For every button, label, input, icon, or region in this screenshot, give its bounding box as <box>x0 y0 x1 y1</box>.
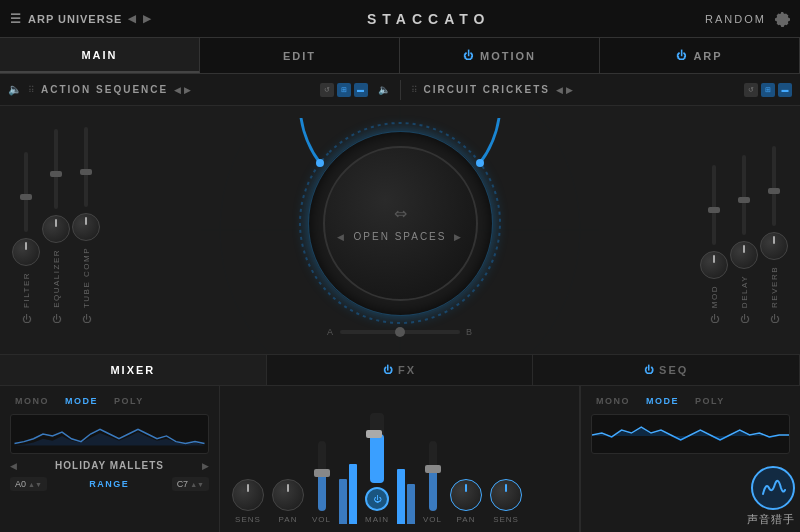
link-icon: ⇔ <box>394 204 407 223</box>
range-row: A0 ▲▼ RANGE C7 ▲▼ <box>10 477 209 491</box>
filter-slider[interactable] <box>24 152 28 232</box>
vu-bar-3 <box>397 469 405 524</box>
seq-left-speaker[interactable]: 🔈 <box>8 83 22 96</box>
tab-motion[interactable]: ⏻ MOTION <box>400 38 600 73</box>
tab-fx[interactable]: ⏻ FX <box>267 355 534 385</box>
mod-slider[interactable] <box>712 165 716 245</box>
seq-left-arrows: ◀ ▶ <box>174 85 191 95</box>
left-poly-btn[interactable]: POLY <box>109 394 149 408</box>
tab-motion-label: MOTION <box>480 50 536 62</box>
tab-main[interactable]: MAIN <box>0 38 200 73</box>
center-area: ⇔ ◀ OPEN SPACES ▶ A B <box>108 106 692 354</box>
right-mode-btn[interactable]: MODE <box>641 394 684 408</box>
tubecomp-slider[interactable] <box>84 127 88 207</box>
right-sens-knob[interactable] <box>490 479 522 511</box>
right-fader-handle <box>425 465 441 473</box>
seq-r-color-btn[interactable]: ▬ <box>778 83 792 97</box>
random-button[interactable]: RANDOM <box>705 13 766 25</box>
a-label: A <box>327 327 334 337</box>
tab-mixer[interactable]: MIXER <box>0 355 267 385</box>
center-fader[interactable] <box>370 413 384 483</box>
watermark-text: 声音猎手 <box>747 512 795 527</box>
vu-bars-right <box>397 454 415 524</box>
right-sens-group: SENS <box>490 479 522 524</box>
delay-slider[interactable] <box>742 155 746 235</box>
seq-r-grid-btn[interactable]: ⊞ <box>761 83 775 97</box>
tab-edit[interactable]: EDIT <box>200 38 400 73</box>
knob-prev[interactable]: ◀ <box>337 232 346 242</box>
mod-power[interactable]: ⏻ <box>710 314 719 324</box>
tubecomp-knob[interactable] <box>72 213 100 241</box>
seq-right-next[interactable]: ▶ <box>566 85 573 95</box>
left-fader[interactable] <box>318 441 326 511</box>
reverb-power[interactable]: ⏻ <box>770 314 779 324</box>
prev-preset[interactable]: ◀ <box>128 13 137 24</box>
b-label: B <box>466 327 473 337</box>
fx-panel-left: FILTER ⏻ EQUALIZER ⏻ TUBE COMP ⏻ <box>0 106 108 354</box>
reverb-knob[interactable] <box>760 232 788 260</box>
left-mode-row: MONO MODE POLY <box>10 394 209 408</box>
tab-arp[interactable]: ⏻ ARP <box>600 38 800 73</box>
vu-bars-left <box>339 454 357 524</box>
left-mono-btn[interactable]: MONO <box>10 394 54 408</box>
main-power-btn[interactable]: ⏻ <box>365 487 389 511</box>
watermark-icon <box>751 466 795 510</box>
top-bar: ☰ ARP UNIVERSE ◀ ▶ STACCATO RANDOM <box>0 0 800 38</box>
main-knob[interactable]: ⇔ ◀ OPEN SPACES ▶ <box>323 146 478 301</box>
seq-vol-icon[interactable]: 🔈 <box>378 84 390 95</box>
reverb-label: REVERB <box>770 266 779 308</box>
right-poly-btn[interactable]: POLY <box>690 394 730 408</box>
range-end-select[interactable]: C7 ▲▼ <box>172 477 209 491</box>
range-start-select[interactable]: A0 ▲▼ <box>10 477 47 491</box>
reverb-slider[interactable] <box>772 146 776 226</box>
mod-label: MOD <box>710 285 719 308</box>
filter-power[interactable]: ⏻ <box>22 314 31 324</box>
seq-power-icon: ⏻ <box>644 365 655 375</box>
settings-icon[interactable] <box>774 11 790 27</box>
tab-arp-label: ARP <box>693 50 722 62</box>
svg-point-6 <box>476 159 484 167</box>
delay-power[interactable]: ⏻ <box>740 314 749 324</box>
arp-power-icon: ⏻ <box>676 50 688 61</box>
svg-point-5 <box>316 159 324 167</box>
inst-next[interactable]: ▶ <box>202 461 209 471</box>
knob-next[interactable]: ▶ <box>454 232 463 242</box>
eq-knob[interactable] <box>42 215 70 243</box>
left-vol-label: VOL <box>312 515 331 524</box>
eq-power[interactable]: ⏻ <box>52 314 61 324</box>
right-pan-knob[interactable] <box>450 479 482 511</box>
right-mono-btn[interactable]: MONO <box>591 394 635 408</box>
filter-knob[interactable] <box>12 238 40 266</box>
tab-seq[interactable]: ⏻ SEQ <box>533 355 800 385</box>
mod-knob[interactable] <box>700 251 728 279</box>
right-pan-group: PAN <box>450 479 482 524</box>
left-mode-btn[interactable]: MODE <box>60 394 103 408</box>
seq-loop-btn[interactable]: ↺ <box>320 83 334 97</box>
seq-r-loop-btn[interactable]: ↺ <box>744 83 758 97</box>
seq-grid-btn[interactable]: ⊞ <box>337 83 351 97</box>
knob-name-row: ◀ OPEN SPACES ▶ <box>337 231 464 242</box>
bottom-section: MONO MODE POLY ◀ HOLIDAY MALLETS ▶ A0 ▲▼… <box>0 386 800 532</box>
menu-icon[interactable]: ☰ <box>10 12 22 26</box>
left-sens-knob[interactable] <box>232 479 264 511</box>
inst-prev[interactable]: ◀ <box>10 461 17 471</box>
tubecomp-power[interactable]: ⏻ <box>82 314 91 324</box>
delay-knob[interactable] <box>730 241 758 269</box>
seq-color-btn[interactable]: ▬ <box>354 83 368 97</box>
ab-track[interactable] <box>340 330 460 334</box>
seq-left-prev[interactable]: ◀ <box>174 85 181 95</box>
preset-area[interactable]: ☰ ARP UNIVERSE ◀ ▶ <box>10 12 152 26</box>
tab-main-label: MAIN <box>81 49 117 61</box>
eq-slider[interactable] <box>54 129 58 209</box>
seq-right-label: CIRCUIT CRICKETS <box>424 84 550 95</box>
eq-label: EQUALIZER <box>52 249 61 308</box>
left-instrument-panel: MONO MODE POLY ◀ HOLIDAY MALLETS ▶ A0 ▲▼… <box>0 386 220 532</box>
left-pan-knob[interactable] <box>272 479 304 511</box>
range-start-arrow: ▲▼ <box>28 481 42 488</box>
seq-left-next[interactable]: ▶ <box>184 85 191 95</box>
left-waveform <box>10 414 209 454</box>
right-fader[interactable] <box>429 441 437 511</box>
right-mode-row: MONO MODE POLY <box>591 394 790 408</box>
next-preset[interactable]: ▶ <box>143 13 152 24</box>
seq-right-prev[interactable]: ◀ <box>556 85 563 95</box>
